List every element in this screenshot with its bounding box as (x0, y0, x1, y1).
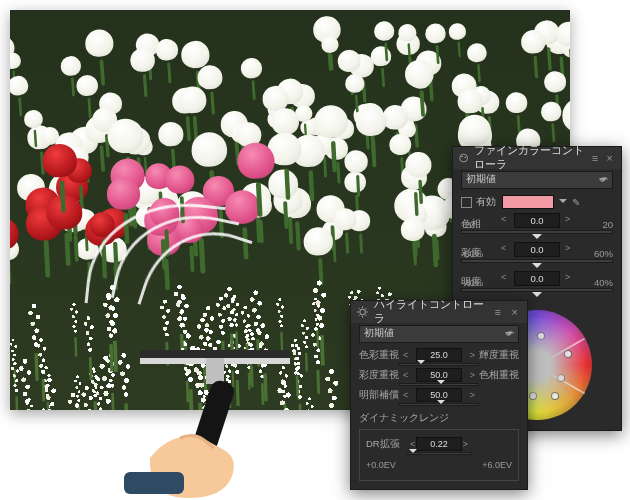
svg-point-5 (460, 154, 468, 162)
panel-title: ハイライトコントローラ (374, 298, 487, 326)
preset-label: 初期値 (466, 173, 496, 184)
light-min: -40% (461, 277, 483, 288)
left-label: 色彩重視 (359, 349, 399, 362)
right-label: 輝度重視 (479, 349, 519, 362)
left-label: 明部補償 (359, 389, 399, 402)
sat-hue-slider[interactable]: 彩度重視 < 50.0 > 色相重視 (351, 365, 527, 385)
svg-point-7 (464, 156, 466, 158)
svg-point-8 (360, 309, 366, 315)
chevron-left-icon[interactable]: < (410, 439, 415, 449)
eyedropper-icon[interactable]: ✎ (572, 197, 580, 208)
enable-label: 有効 (476, 195, 496, 209)
left-label: 彩度重視 (359, 369, 399, 382)
bright-comp-slider[interactable]: 明部補償 < 50.0 > (351, 385, 527, 405)
dr-section-label: ダイナミックレンジ (351, 405, 527, 427)
svg-rect-0 (140, 350, 290, 358)
undo-icon[interactable]: ↶ (505, 328, 521, 341)
dr-group: DR拡張 < 0.22 > +0.0EV +6.0EV (359, 429, 519, 481)
svg-rect-2 (206, 358, 224, 384)
dr-max: +6.0EV (482, 460, 512, 470)
panel-titlebar[interactable]: ハイライトコントローラ ≡ × (351, 301, 527, 323)
chevron-right-icon[interactable]: > (470, 390, 475, 400)
menu-icon[interactable]: ≡ (589, 151, 600, 165)
panel-titlebar[interactable]: ファインカラーコントローラ ≡ × (453, 147, 621, 169)
chevron-right-icon[interactable]: > (463, 439, 468, 449)
saturation-value[interactable]: 0.0 (514, 242, 560, 257)
panel-title: ファインカラーコントローラ (474, 144, 585, 172)
preset-label: 初期値 (364, 327, 394, 338)
preset-dropdown[interactable]: 初期値 (359, 325, 519, 343)
chroma-luma-slider[interactable]: 色彩重視 < 25.0 > 輝度重視 (351, 345, 527, 365)
chevron-right-icon[interactable]: > (565, 272, 570, 282)
close-icon[interactable]: × (508, 305, 521, 319)
hue-min: -20 (461, 219, 475, 230)
chevron-right-icon[interactable]: > (470, 350, 475, 360)
close-icon[interactable]: × (604, 151, 615, 165)
hue-value[interactable]: 0.0 (514, 213, 560, 228)
undo-icon[interactable]: ↶ (599, 174, 615, 187)
enable-checkbox[interactable] (461, 197, 472, 208)
highlight-controller-panel: ハイライトコントローラ ≡ × 初期値 ↶ 色彩重視 < 25.0 > 輝度重視… (350, 300, 528, 490)
chevron-left-icon[interactable]: < (501, 272, 506, 282)
menu-icon[interactable]: ≡ (491, 305, 504, 319)
sat-min: -60% (461, 248, 483, 259)
svg-rect-4 (124, 472, 184, 494)
hand-tool-illustration (110, 340, 310, 500)
hue-max: 20 (602, 219, 613, 230)
sat-max: 60% (594, 248, 613, 259)
value-box[interactable]: 0.22 (416, 437, 462, 451)
hue-slider[interactable]: -2020 < 0.0 > (453, 231, 621, 242)
chevron-right-icon[interactable]: > (565, 214, 570, 224)
left-label: DR拡張 (366, 438, 406, 451)
preset-dropdown[interactable]: 初期値 (461, 171, 613, 189)
chevron-left-icon[interactable]: < (403, 370, 408, 380)
right-label: 色相重視 (479, 369, 519, 382)
color-swatch[interactable] (502, 195, 554, 209)
dr-min: +0.0EV (366, 460, 396, 470)
chevron-left-icon[interactable]: < (403, 390, 408, 400)
light-max: 40% (594, 277, 613, 288)
sun-icon (357, 306, 368, 318)
dr-slider[interactable]: DR拡張 < 0.22 > (366, 434, 512, 454)
chevron-left-icon[interactable]: < (501, 214, 506, 224)
chevron-left-icon[interactable]: < (501, 243, 506, 253)
lightness-value[interactable]: 0.0 (514, 271, 560, 286)
svg-point-6 (461, 156, 463, 158)
chevron-left-icon[interactable]: < (403, 350, 408, 360)
chevron-right-icon[interactable]: > (470, 370, 475, 380)
chevron-right-icon[interactable]: > (565, 243, 570, 253)
saturation-slider[interactable]: -60%60% < 0.0 > (453, 260, 621, 271)
palette-icon (459, 152, 468, 164)
